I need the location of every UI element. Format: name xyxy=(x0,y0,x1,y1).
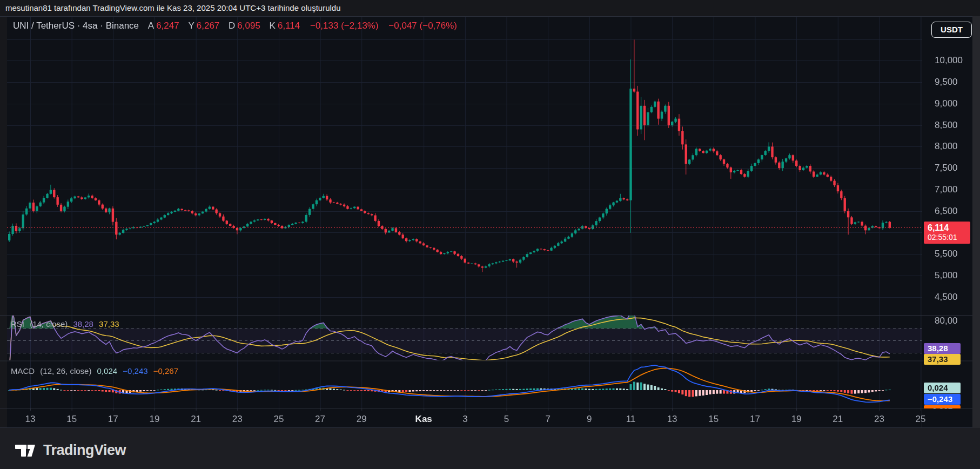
change-secondary-value: −0,047 (−0,76%) xyxy=(388,21,457,31)
high-key: Y xyxy=(188,21,194,31)
macd-signal-badge: −0,267 xyxy=(924,405,961,408)
attribution-text: mesutinan81 tarafından TradingView.com i… xyxy=(5,3,341,12)
bottom-branding-bar: TradingView xyxy=(0,428,980,469)
macd-line-badge: −0,243 xyxy=(924,394,961,405)
macd-line-value: −0,243 xyxy=(123,366,147,376)
current-price-badge: 6,114 02:55:01 xyxy=(924,222,970,244)
macd-hist-badge: 0,024 xyxy=(924,383,961,393)
change-value: −0,133 (−2,13%) xyxy=(310,21,379,31)
macd-params: (12, 26, close) xyxy=(40,366,91,376)
high-value: 6,267 xyxy=(197,21,220,31)
macd-hist-value: 0,024 xyxy=(97,366,118,376)
rsi-ma-value: 37,33 xyxy=(99,319,119,329)
macd-legend[interactable]: MACD (12, 26, close) 0,024 −0,243 −0,267 xyxy=(11,366,182,376)
open-key: A xyxy=(148,21,154,31)
current-price-value: 6,114 xyxy=(928,223,966,233)
tradingview-logo-icon xyxy=(15,444,37,458)
bar-countdown: 02:55:01 xyxy=(928,233,966,242)
symbol-title: UNI / TetherUS · 4sa · Binance xyxy=(13,21,139,31)
symbol-legend[interactable]: UNI / TetherUS · 4sa · Binance A6,247 Y6… xyxy=(13,21,459,31)
attribution-bar: mesutinan81 tarafından TradingView.com i… xyxy=(0,0,980,16)
rsi-title: RSI xyxy=(11,319,24,329)
macd-signal-value: −0,267 xyxy=(153,366,178,376)
low-key: D xyxy=(229,21,235,31)
tradingview-logo-text: TradingView xyxy=(43,442,126,459)
right-price-axis[interactable]: 6,114 02:55:01 38,28 37,33 0,024 −0,243 … xyxy=(922,16,972,408)
rsi-value: 38,28 xyxy=(73,319,93,329)
open-value: 6,247 xyxy=(156,21,179,31)
currency-toggle-button[interactable]: USDT xyxy=(931,22,972,38)
rsi-value-badge: 38,28 xyxy=(924,343,961,354)
close-value: 6,114 xyxy=(278,21,300,31)
tradingview-logo[interactable]: TradingView xyxy=(15,442,126,459)
close-key: K xyxy=(270,21,276,31)
low-value: 6,095 xyxy=(237,21,260,31)
rsi-params: (14, close) xyxy=(30,319,68,329)
rsi-legend[interactable]: RSI (14, close) 38,28 37,33 xyxy=(11,319,123,329)
rsi-ma-value-badge: 37,33 xyxy=(924,354,961,365)
macd-title: MACD xyxy=(11,366,35,376)
